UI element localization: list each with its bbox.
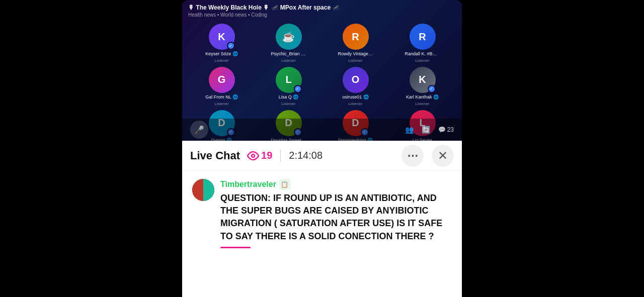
participant-role: Listener xyxy=(281,58,295,63)
participant-role: Listener xyxy=(415,58,429,63)
left-black-area xyxy=(0,0,182,297)
header-divider xyxy=(280,150,281,162)
message-avatar xyxy=(192,179,214,201)
participant-name: Psychic_Brian X 🌐 xyxy=(271,51,306,57)
session-timer: 2:14:08 xyxy=(289,150,393,161)
close-icon: ✕ xyxy=(438,149,448,163)
room-title: 🎙 The Weekly Black Hole 🎙 🦟 MPox After s… xyxy=(188,4,456,11)
chat-header: Live Chat 19 2:14:08 ⋯ ✕ xyxy=(182,141,462,171)
room-header: 🎙 The Weekly Black Hole 🎙 🦟 MPox After s… xyxy=(182,0,462,20)
participant-name: Keyser Söze 🌐 xyxy=(205,51,238,57)
eye-icon xyxy=(247,150,259,162)
chat-messages: Timbertraveler 📋 QUESTION: IF ROUND UP I… xyxy=(182,171,462,297)
avatar-wrapper: R xyxy=(343,24,369,50)
message-underline xyxy=(220,247,251,248)
avatar-wrapper: O xyxy=(343,67,369,93)
more-options-button[interactable]: ⋯ xyxy=(401,145,424,167)
participant[interactable]: ☕ Psychic_Brian X 🌐 Listener xyxy=(257,24,320,63)
comment-number: 23 xyxy=(447,126,454,133)
viewer-count: 19 xyxy=(261,150,272,161)
participant-name: Karl Kanthak 🌐 xyxy=(406,94,439,100)
avatar-wrapper: G xyxy=(209,67,235,93)
people-icon: 👥 xyxy=(405,126,414,134)
participant-role: Listener xyxy=(281,102,295,106)
avatar-wrapper: K ✓ xyxy=(209,24,235,50)
viewer-info: 19 xyxy=(247,150,272,162)
participant-role: Listener xyxy=(348,58,362,63)
verified-badge: ✓ xyxy=(428,85,436,93)
participant[interactable]: K ✓ Keyser Söze 🌐 Listener xyxy=(190,24,253,63)
avatar: O xyxy=(343,67,369,93)
participant[interactable]: R Randall K. #BE_LOUD Listener xyxy=(391,24,454,63)
participant-name: Randall K. #BE_LOUD xyxy=(405,51,440,57)
room-subtitle: Health news • World news • Coding xyxy=(188,12,456,18)
refresh-icon[interactable]: 🔄 xyxy=(422,126,430,134)
participant-role: Listener xyxy=(415,102,429,106)
mic-button[interactable]: 🎤 xyxy=(190,121,208,139)
participant[interactable]: K ✓ Karl Kanthak 🌐 Listener xyxy=(391,67,454,106)
svg-point-0 xyxy=(252,154,255,157)
audio-room-panel: 🎙 The Weekly Black Hole 🎙 🦟 MPox After s… xyxy=(182,0,462,141)
participant-role: Listener xyxy=(348,102,362,106)
avatar: R xyxy=(410,24,436,50)
comment-count[interactable]: 💬 23 xyxy=(438,126,454,133)
message-content: Timbertraveler 📋 QUESTION: IF ROUND UP I… xyxy=(220,179,452,248)
participant-name: osiruse01 🌐 xyxy=(342,94,369,100)
live-chat-panel: Live Chat 19 2:14:08 ⋯ ✕ xyxy=(182,141,462,297)
avatar: ☕ xyxy=(276,24,302,50)
right-black-area xyxy=(462,0,644,297)
chat-title: Live Chat xyxy=(190,149,240,162)
participant-role: Listener xyxy=(214,102,228,106)
participant[interactable]: R Rowdy Vintage Girl Listener xyxy=(324,24,387,63)
bottom-icons: 👥 🔄 💬 23 xyxy=(405,126,454,134)
avatar-wrapper: R xyxy=(410,24,436,50)
author-row: Timbertraveler 📋 xyxy=(220,179,452,190)
avatar-wrapper: L ✓ xyxy=(276,67,302,93)
room-title-text: 🎙 The Weekly Black Hole 🎙 🦟 MPox After s… xyxy=(188,4,340,11)
participant[interactable]: O osiruse01 🌐 Listener xyxy=(324,67,387,106)
author-name: Timbertraveler xyxy=(220,180,276,189)
participant-name: Gal From NL 🌐 xyxy=(205,94,238,100)
comment-icon: 💬 xyxy=(438,126,446,133)
avatar-wrapper: ☕ xyxy=(276,24,302,50)
message-row: Timbertraveler 📋 QUESTION: IF ROUND UP I… xyxy=(192,179,452,248)
participant-name: Lisa Q 🌐 xyxy=(279,94,299,100)
verified-badge: ✓ xyxy=(227,42,235,50)
close-button[interactable]: ✕ xyxy=(432,145,454,167)
avatar: R xyxy=(343,24,369,50)
participant-role: Listener xyxy=(214,58,228,63)
avatar-wrapper: K ✓ xyxy=(410,67,436,93)
three-dots-icon: ⋯ xyxy=(407,149,419,162)
author-badge: 📋 xyxy=(279,179,290,190)
verified-badge: ✓ xyxy=(294,85,302,93)
participant-name: Rowdy Vintage Girl xyxy=(338,51,373,57)
participant[interactable]: G Gal From NL 🌐 Listener xyxy=(190,67,253,106)
avatar: G xyxy=(209,67,235,93)
participant[interactable]: L ✓ Lisa Q 🌐 Listener xyxy=(257,67,320,106)
room-bottom-bar: 🎤 👥 🔄 💬 23 xyxy=(182,119,462,141)
message-text: QUESTION: IF ROUND UP IS AN ANTIBIOTIC, … xyxy=(220,192,452,243)
